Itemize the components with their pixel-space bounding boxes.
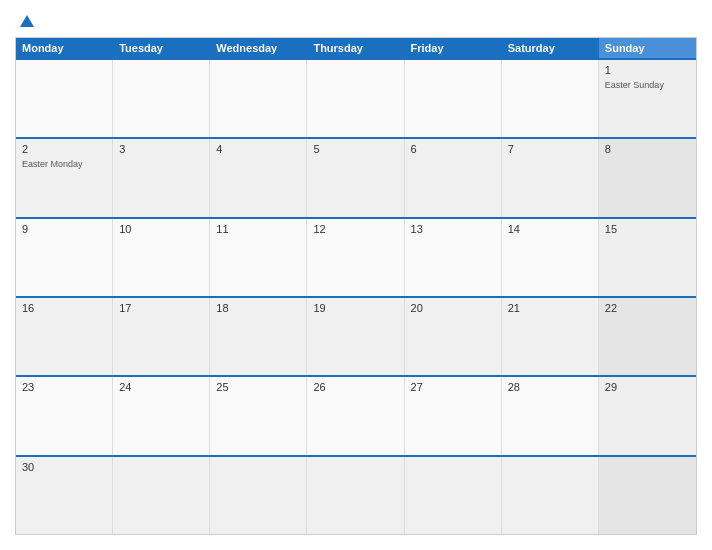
- days-header: MondayTuesdayWednesdayThursdayFridaySatu…: [16, 38, 696, 58]
- day-cell: [405, 60, 502, 137]
- day-number: 3: [119, 143, 203, 155]
- day-cell: 15: [599, 219, 696, 296]
- day-cell: 2Easter Monday: [16, 139, 113, 216]
- day-header-saturday: Saturday: [502, 38, 599, 58]
- day-number: 25: [216, 381, 300, 393]
- day-cell: 10: [113, 219, 210, 296]
- day-number: 4: [216, 143, 300, 155]
- day-cell: 9: [16, 219, 113, 296]
- day-cell: [210, 457, 307, 534]
- day-cell: 29: [599, 377, 696, 454]
- day-number: 11: [216, 223, 300, 235]
- day-cell: 23: [16, 377, 113, 454]
- calendar-header: [15, 15, 697, 27]
- day-cell: 22: [599, 298, 696, 375]
- week-row-5: 23242526272829: [16, 375, 696, 454]
- day-number: 21: [508, 302, 592, 314]
- day-event: Easter Sunday: [605, 80, 664, 90]
- day-event: Easter Monday: [22, 159, 83, 169]
- day-cell: 21: [502, 298, 599, 375]
- day-cell: 7: [502, 139, 599, 216]
- day-cell: 1Easter Sunday: [599, 60, 696, 137]
- day-header-monday: Monday: [16, 38, 113, 58]
- day-number: 15: [605, 223, 690, 235]
- day-number: 30: [22, 461, 106, 473]
- day-number: 13: [411, 223, 495, 235]
- day-cell: 8: [599, 139, 696, 216]
- day-number: 5: [313, 143, 397, 155]
- day-number: 24: [119, 381, 203, 393]
- day-number: 18: [216, 302, 300, 314]
- day-number: 16: [22, 302, 106, 314]
- day-cell: 28: [502, 377, 599, 454]
- day-number: 6: [411, 143, 495, 155]
- day-cell: 11: [210, 219, 307, 296]
- day-cell: [113, 60, 210, 137]
- day-cell: 3: [113, 139, 210, 216]
- day-cell: 20: [405, 298, 502, 375]
- day-cell: [16, 60, 113, 137]
- day-header-tuesday: Tuesday: [113, 38, 210, 58]
- day-header-friday: Friday: [405, 38, 502, 58]
- day-number: 8: [605, 143, 690, 155]
- day-cell: [307, 60, 404, 137]
- day-number: 29: [605, 381, 690, 393]
- day-cell: [405, 457, 502, 534]
- day-cell: 4: [210, 139, 307, 216]
- day-number: 20: [411, 302, 495, 314]
- day-cell: 12: [307, 219, 404, 296]
- day-number: 10: [119, 223, 203, 235]
- day-cell: 17: [113, 298, 210, 375]
- day-number: 19: [313, 302, 397, 314]
- day-cell: 18: [210, 298, 307, 375]
- day-cell: 14: [502, 219, 599, 296]
- day-cell: 16: [16, 298, 113, 375]
- day-number: 9: [22, 223, 106, 235]
- day-number: 1: [605, 64, 690, 76]
- day-cell: 27: [405, 377, 502, 454]
- day-cell: 19: [307, 298, 404, 375]
- day-cell: 24: [113, 377, 210, 454]
- day-cell: 13: [405, 219, 502, 296]
- day-cell: [599, 457, 696, 534]
- day-number: 17: [119, 302, 203, 314]
- day-header-thursday: Thursday: [307, 38, 404, 58]
- day-number: 7: [508, 143, 592, 155]
- day-cell: [307, 457, 404, 534]
- week-row-1: 1Easter Sunday: [16, 58, 696, 137]
- day-cell: 30: [16, 457, 113, 534]
- day-cell: 5: [307, 139, 404, 216]
- week-row-2: 2Easter Monday345678: [16, 137, 696, 216]
- day-number: 27: [411, 381, 495, 393]
- calendar: MondayTuesdayWednesdayThursdayFridaySatu…: [15, 37, 697, 535]
- day-number: 12: [313, 223, 397, 235]
- day-cell: [113, 457, 210, 534]
- week-row-4: 16171819202122: [16, 296, 696, 375]
- day-cell: 25: [210, 377, 307, 454]
- day-header-wednesday: Wednesday: [210, 38, 307, 58]
- day-number: 26: [313, 381, 397, 393]
- day-cell: 26: [307, 377, 404, 454]
- day-cell: [502, 457, 599, 534]
- day-number: 14: [508, 223, 592, 235]
- day-number: 22: [605, 302, 690, 314]
- day-cell: 6: [405, 139, 502, 216]
- week-row-6: 30: [16, 455, 696, 534]
- day-number: 2: [22, 143, 106, 155]
- day-number: 28: [508, 381, 592, 393]
- day-cell: [210, 60, 307, 137]
- day-cell: [502, 60, 599, 137]
- day-header-sunday: Sunday: [599, 38, 696, 58]
- logo-triangle-icon: [20, 15, 34, 27]
- day-number: 23: [22, 381, 106, 393]
- calendar-body: 1Easter Sunday2Easter Monday345678910111…: [16, 58, 696, 534]
- week-row-3: 9101112131415: [16, 217, 696, 296]
- logo: [15, 15, 34, 27]
